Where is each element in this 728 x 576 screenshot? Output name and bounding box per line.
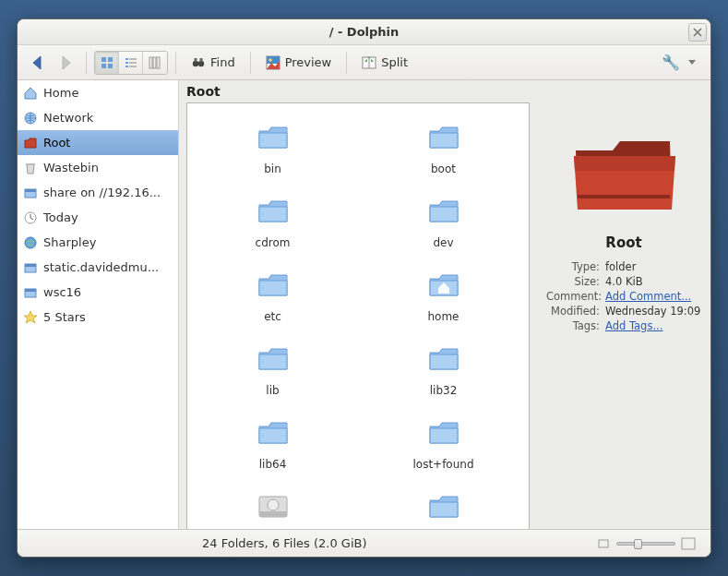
svg-rect-2: [101, 64, 106, 68]
svg-rect-16: [195, 58, 197, 62]
svg-point-35: [268, 499, 279, 510]
preview-icon: [266, 55, 280, 70]
folder-boot[interactable]: boot: [358, 113, 529, 186]
find-button[interactable]: Find: [184, 50, 243, 76]
folder-lost+found[interactable]: lost+found: [358, 408, 529, 482]
folder-icon: [254, 487, 292, 529]
sidebar-item-wastebin[interactable]: Wastebin: [18, 155, 178, 180]
folder-label: lib64: [259, 458, 287, 471]
folder-label: etc: [264, 310, 281, 323]
zoom-in-icon[interactable]: [681, 536, 696, 551]
sidebar-item-label: 5 Stars: [43, 310, 86, 324]
sidebar-item-label: Network: [43, 111, 93, 125]
view-columns-button[interactable]: [143, 52, 167, 74]
places-sidebar[interactable]: HomeNetworkRootWastebinshare on //192.16…: [18, 80, 179, 529]
close-icon: [693, 28, 702, 37]
info-name: Root: [605, 234, 641, 251]
folder-bin[interactable]: bin: [187, 113, 358, 186]
info-comment-key: Comment:: [546, 290, 600, 303]
folder-label: bin: [264, 162, 281, 175]
folder-icon: [424, 340, 463, 382]
preview-button[interactable]: Preview: [258, 50, 340, 76]
folder-view[interactable]: binbootcdromdevetchomeliblib32lib64lost+…: [186, 102, 530, 529]
sidebar-item-label: wsc16: [43, 285, 81, 299]
info-comment-link[interactable]: Add Comment...: [605, 290, 701, 303]
info-tags-key: Tags:: [546, 319, 600, 332]
list-icon: [125, 56, 137, 69]
folder-label: home: [427, 310, 459, 323]
info-type-val: folder: [605, 260, 701, 273]
svg-rect-4: [125, 58, 128, 60]
svg-rect-9: [129, 66, 137, 67]
folder-lib32[interactable]: lib32: [358, 334, 529, 408]
sidebar-item-home[interactable]: Home: [18, 80, 178, 105]
home-icon: [23, 86, 38, 101]
settings-button[interactable]: 🔧: [654, 50, 703, 76]
folder-icon: [424, 266, 463, 308]
star-icon: [23, 310, 38, 325]
svg-rect-24: [26, 163, 35, 165]
zoom-control: [598, 536, 696, 551]
folder-lib[interactable]: lib: [187, 334, 358, 408]
globe-icon: [23, 235, 38, 250]
forward-button[interactable]: [53, 50, 78, 76]
folder-item-11[interactable]: [358, 482, 529, 529]
svg-rect-36: [578, 195, 670, 198]
folder-icon: [424, 192, 463, 234]
sidebar-item-label: Home: [43, 86, 78, 100]
folder-label: dev: [433, 236, 453, 249]
dolphin-window: / - Dolphin Find: [17, 18, 711, 558]
folder-dev[interactable]: dev: [358, 186, 529, 260]
zoom-thumb[interactable]: [634, 539, 642, 549]
wrench-icon: 🔧: [662, 54, 680, 71]
zoom-out-icon[interactable]: [598, 537, 611, 550]
sidebar-item-static-davidedmu-[interactable]: static.davidedmu...: [18, 255, 178, 280]
separator: [175, 52, 176, 74]
close-button[interactable]: [688, 23, 707, 42]
back-button[interactable]: [25, 50, 51, 76]
svg-rect-8: [125, 66, 128, 67]
sidebar-item-label: Root: [43, 136, 70, 150]
svg-rect-3: [108, 64, 113, 68]
grid-icon: [101, 56, 113, 69]
toolbar: Find Preview Split 🔧: [18, 45, 710, 80]
icon-area: binbootcdromdevetchomeliblib32lib64lost+…: [186, 102, 530, 529]
info-size-key: Size:: [546, 275, 600, 288]
svg-rect-15: [197, 62, 200, 65]
sidebar-item-root[interactable]: Root: [18, 130, 178, 155]
network-icon: [23, 111, 38, 126]
folder-icon: [424, 414, 463, 456]
folder-icon: [254, 266, 292, 308]
split-button[interactable]: Split: [354, 50, 415, 76]
separator: [250, 52, 251, 74]
svg-rect-11: [153, 57, 156, 68]
sidebar-item-network[interactable]: Network: [18, 105, 178, 130]
folder-icon: [254, 414, 292, 456]
view-details-button[interactable]: [119, 52, 143, 74]
statusbar: 24 Folders, 6 Files (2.0 GiB): [18, 529, 710, 557]
separator: [346, 52, 347, 74]
sidebar-item-share-on-192-16-[interactable]: share on //192.16...: [18, 180, 178, 205]
folder-item-10[interactable]: [187, 482, 358, 529]
svg-rect-30: [25, 264, 36, 267]
view-icons-button[interactable]: [95, 52, 119, 74]
chevron-down-icon: [688, 60, 696, 65]
columns-icon: [149, 56, 161, 69]
folder-icon: [424, 118, 463, 161]
svg-rect-34: [259, 511, 287, 517]
share-icon: [23, 260, 38, 275]
sidebar-item-today[interactable]: Today: [18, 205, 178, 230]
sidebar-item-5-stars[interactable]: 5 Stars: [18, 305, 178, 330]
sidebar-item-sharpley[interactable]: Sharpley: [18, 230, 178, 255]
folder-lib64[interactable]: lib64: [187, 408, 358, 482]
folder-etc[interactable]: etc: [187, 260, 358, 334]
info-table: Type:folder Size:4.0 KiB Comment:Add Com…: [546, 260, 701, 334]
sidebar-item-wsc16[interactable]: wsc16: [18, 280, 178, 305]
split-label: Split: [381, 55, 408, 69]
folder-home[interactable]: home: [358, 260, 529, 334]
folder-cdrom[interactable]: cdrom: [187, 186, 358, 260]
info-tags-link[interactable]: Add Tags...: [605, 319, 701, 332]
folder-icon: [254, 118, 292, 161]
sidebar-item-label: Wastebin: [43, 161, 99, 174]
zoom-slider[interactable]: [616, 542, 675, 546]
